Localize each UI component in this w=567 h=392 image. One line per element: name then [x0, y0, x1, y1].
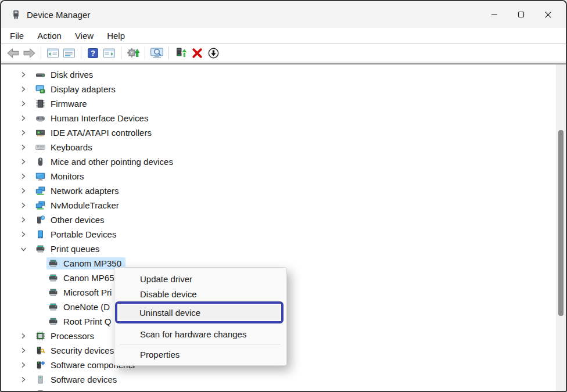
row-content[interactable]: Microsoft Pri — [46, 286, 116, 299]
context-menu-item-update-driver[interactable]: Update driver — [114, 271, 286, 286]
chevron-right-icon[interactable] — [20, 187, 34, 195]
chevron-right-icon[interactable] — [20, 71, 34, 78]
row-content[interactable]: Software devices — [34, 373, 121, 386]
menu-file[interactable]: File — [10, 31, 24, 41]
chevron-right-icon[interactable] — [20, 85, 34, 93]
tree-item-network-adapters[interactable]: Network adapters — [1, 184, 566, 198]
titlebar: Device Manager — [1, 1, 566, 28]
row-content[interactable]: IDE ATA/ATAPI controllers — [34, 127, 156, 139]
tree-item-sound-video-and-game-controllers[interactable]: Sound, video and game controllers — [1, 387, 566, 391]
printer-icon — [35, 244, 45, 254]
action-pane-window-button[interactable] — [101, 45, 117, 60]
chevron-right-icon[interactable] — [20, 347, 34, 354]
row-content[interactable]: Portable Devices — [34, 228, 120, 240]
chevron-right-icon[interactable] — [20, 100, 34, 107]
chevron-right-icon[interactable] — [20, 216, 34, 224]
chevron-right-icon[interactable] — [20, 231, 34, 238]
printer-icon — [48, 302, 58, 312]
row-content[interactable]: Firmware — [34, 98, 91, 110]
properties-window-button[interactable] — [61, 45, 77, 60]
tree-item-ide-ata-atapi-controllers[interactable]: IDE ATA/ATAPI controllers — [1, 125, 566, 140]
context-menu-item-scan-for-hardware-changes[interactable]: Scan for hardware changes — [114, 326, 286, 341]
row-content[interactable]: NvModuleTracker — [34, 199, 123, 211]
tree-item-mice-and-other-pointing-devices[interactable]: Mice and other pointing devices — [1, 154, 566, 169]
chevron-right-icon[interactable] — [20, 361, 34, 369]
row-content[interactable]: Security devices — [34, 344, 118, 357]
window-title: Device Manager — [27, 10, 90, 20]
tree-item-label: Canom MP350 — [63, 258, 121, 268]
tree-item-label: Portable Devices — [51, 229, 116, 239]
minimize-button[interactable] — [481, 1, 508, 28]
maximize-button[interactable] — [508, 1, 534, 28]
chevron-right-icon[interactable] — [20, 158, 34, 166]
tree-item-monitors[interactable]: Monitors — [1, 169, 566, 184]
tree-item-label: Human Interface Devices — [51, 113, 148, 123]
close-button[interactable] — [534, 1, 561, 28]
chevron-right-icon[interactable] — [20, 114, 34, 122]
row-content[interactable]: Mice and other pointing devices — [34, 156, 177, 168]
menu-view[interactable]: View — [75, 31, 94, 41]
display-adapter-icon — [35, 84, 45, 94]
printer-icon — [48, 258, 58, 268]
tree-item-print-queues[interactable]: Print queues — [1, 242, 566, 256]
chevron-right-icon[interactable] — [20, 390, 34, 391]
chevron-right-icon[interactable] — [20, 202, 34, 209]
tree-item-portable-devices[interactable]: Portable Devices — [1, 227, 566, 242]
disable-down-circle-icon — [207, 47, 220, 59]
tree-item-human-interface-devices[interactable]: Human Interface Devices — [1, 111, 566, 125]
keyboard-icon — [35, 142, 45, 152]
uninstall-x-button[interactable] — [189, 45, 205, 60]
tree-item-display-adapters[interactable]: Display adapters — [1, 82, 566, 96]
menu-action[interactable]: Action — [37, 31, 62, 41]
row-content[interactable]: Root Print Q — [46, 315, 116, 328]
chevron-down-icon[interactable] — [20, 246, 34, 253]
row-content[interactable]: Keyboards — [34, 141, 96, 153]
printer-icon — [48, 317, 58, 326]
tree-item-software-devices[interactable]: Software devices — [1, 372, 566, 387]
tree-item-label: Canon MP65 — [63, 273, 114, 283]
chevron-right-icon[interactable] — [20, 129, 34, 136]
chevron-right-icon[interactable] — [20, 172, 34, 180]
context-menu-item-disable-device[interactable]: Disable device — [114, 286, 286, 301]
printer-icon — [48, 287, 58, 297]
update-driver-gear-button[interactable] — [125, 45, 141, 60]
security-device-icon — [35, 346, 45, 355]
context-menu-item-uninstall-device[interactable]: Uninstall device — [117, 304, 281, 321]
tree-item-keyboards[interactable]: Keyboards — [1, 140, 566, 154]
row-content[interactable]: Monitors — [34, 170, 88, 182]
back-arrow-button[interactable] — [5, 45, 21, 60]
tree-item-nvmoduletracker[interactable]: NvModuleTracker — [1, 198, 566, 213]
chevron-right-icon[interactable] — [20, 143, 34, 151]
row-content[interactable]: Canon MP65 — [46, 272, 119, 284]
update-driver-gear-icon — [127, 47, 140, 59]
row-content[interactable]: Human Interface Devices — [34, 112, 152, 124]
tree-item-other-devices[interactable]: ?Other devices — [1, 213, 566, 227]
vertical-scrollbar[interactable] — [556, 64, 566, 391]
forward-arrow-button[interactable] — [21, 45, 37, 60]
row-content[interactable]: Print queues — [34, 243, 103, 255]
scrollbar-thumb[interactable] — [558, 130, 564, 316]
row-content[interactable]: Sound, video and game controllers — [34, 388, 189, 391]
row-content[interactable]: Disk drives — [34, 69, 97, 81]
console-tree-window-button[interactable] — [45, 45, 61, 60]
chevron-right-icon[interactable] — [20, 376, 34, 383]
chevron-right-icon[interactable] — [20, 332, 34, 340]
toolbar: ? — [1, 44, 566, 62]
row-content[interactable]: Display adapters — [34, 83, 120, 95]
disable-down-circle-button[interactable] — [205, 45, 221, 60]
scan-hardware-monitor-button[interactable] — [149, 45, 165, 60]
row-content[interactable]: OneNote (D — [46, 301, 114, 313]
tree-item-label: Other devices — [51, 215, 105, 225]
context-menu-item-properties[interactable]: Properties — [114, 347, 286, 362]
console-tree-window-icon — [46, 48, 59, 59]
tree-item-disk-drives[interactable]: Disk drives — [1, 67, 566, 82]
row-content[interactable]: Network adapters — [34, 185, 123, 197]
menu-help[interactable]: Help — [107, 31, 125, 41]
device-update-button[interactable] — [173, 45, 189, 60]
software-device-icon — [35, 375, 45, 384]
toolbar-separator — [121, 46, 121, 59]
row-content[interactable]: ?Other devices — [34, 214, 109, 226]
help-question-button[interactable]: ? — [85, 45, 101, 60]
tree-item-firmware[interactable]: Firmware — [1, 96, 566, 111]
row-content[interactable]: Processors — [34, 330, 98, 342]
